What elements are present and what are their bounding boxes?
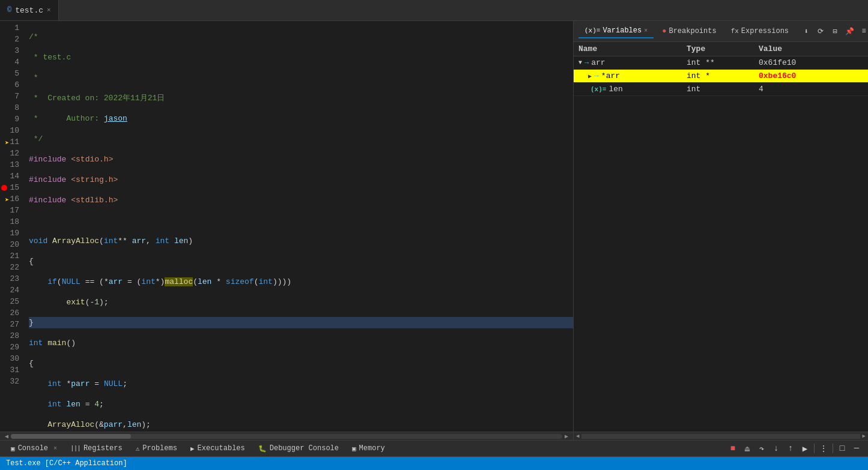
line-num-29: 29 bbox=[6, 342, 19, 353]
code-line-7: #include <stdio.h> bbox=[29, 154, 573, 165]
tab-bar: © test.c × bbox=[0, 0, 868, 21]
line-numbers: 1 2 3 4 5 6 7 8 9 10 11➤ 12 13 14 15 16➤ bbox=[0, 21, 24, 432]
code-line-5: * Author: jason bbox=[29, 113, 573, 124]
console-icon: ▣ bbox=[11, 445, 15, 453]
status-bar: Test.exe [C/C++ Application] bbox=[0, 457, 868, 470]
var-value-len: 4 bbox=[759, 85, 863, 94]
var-name-deref-arr: ▶ → *arr bbox=[578, 71, 687, 80]
registers-icon: ||| bbox=[70, 445, 80, 452]
var-type-arr: int ** bbox=[687, 58, 759, 67]
pane-scroll-left[interactable]: ◀ bbox=[574, 433, 581, 439]
line-num-1: 1 bbox=[6, 22, 19, 34]
console-close-icon[interactable]: × bbox=[53, 445, 57, 452]
code-line-16: int main() bbox=[29, 337, 573, 349]
code-scroll[interactable]: 1 2 3 4 5 6 7 8 9 10 11➤ 12 13 14 15 16➤ bbox=[0, 21, 573, 432]
debug-toolbar: ■ ⏏ ↷ ↓ ↑ ▶ ⋮ □ ─ bbox=[726, 442, 863, 455]
var-row-deref-arr[interactable]: ▶ → *arr int * 0xbe16c0 bbox=[574, 70, 868, 83]
watch-len-icon: (x)= bbox=[590, 86, 606, 93]
line-num-6: 6 bbox=[6, 79, 19, 91]
code-line-18: int *parr = NULL; bbox=[29, 378, 573, 390]
line-num-19: 19 bbox=[6, 227, 19, 239]
expand-arr-icon[interactable]: ▼ bbox=[578, 59, 582, 66]
line-num-31: 31 bbox=[6, 364, 19, 376]
pane-scroll-track[interactable] bbox=[581, 434, 860, 439]
bottom-tab-debugger-console[interactable]: 🐛 Debugger Console bbox=[252, 442, 345, 455]
horizontal-scrollbar[interactable]: ◀ ▶ bbox=[0, 432, 573, 440]
pane-pin-btn[interactable]: 📌 bbox=[843, 25, 856, 38]
code-line-13: if(NULL == (*arr = (int*)malloc(len * si… bbox=[29, 276, 573, 288]
bottom-tab-problems[interactable]: ⚠ Problems bbox=[130, 442, 183, 455]
code-line-20: ArrayAlloc(&parr,len); bbox=[29, 419, 573, 430]
line-num-20: 20 bbox=[6, 239, 19, 250]
var-value-deref-arr: 0xbe16c0 bbox=[759, 71, 863, 80]
ptr-arr-icon: → bbox=[584, 59, 589, 67]
tab-close-icon[interactable]: × bbox=[47, 7, 51, 14]
run-btn[interactable]: ▶ bbox=[798, 442, 812, 455]
step-into-btn[interactable]: ↓ bbox=[769, 442, 783, 455]
var-type-len: int bbox=[687, 85, 759, 94]
pane-menu1-btn[interactable]: ≡ bbox=[857, 25, 868, 38]
line-num-13: 13 bbox=[6, 159, 19, 170]
pane-layout-btn[interactable]: ⊟ bbox=[828, 25, 842, 38]
editor-tab[interactable]: © test.c × bbox=[0, 0, 59, 20]
var-value-arr: 0x61fe10 bbox=[759, 58, 863, 67]
line-num-12: 12 bbox=[6, 148, 19, 159]
code-line-15: } bbox=[29, 317, 573, 328]
line-num-2: 2 bbox=[6, 34, 19, 45]
code-area: 1 2 3 4 5 6 7 8 9 10 11➤ 12 13 14 15 16➤ bbox=[0, 21, 573, 432]
tab-variables[interactable]: (x)= Variables × bbox=[578, 24, 654, 38]
var-deref-arr-label: *arr bbox=[601, 71, 620, 80]
scroll-thumb[interactable] bbox=[11, 434, 131, 439]
code-line-14: exit(-1); bbox=[29, 297, 573, 308]
line-num-22: 22 bbox=[6, 262, 19, 273]
variables-table-header: Name Type Value bbox=[574, 42, 868, 56]
var-name-len: (x)= len bbox=[578, 85, 687, 94]
minimize-bottom-btn[interactable]: ─ bbox=[850, 442, 863, 455]
code-line-9: #include <stdlib.h> bbox=[29, 194, 573, 206]
line-num-27: 27 bbox=[6, 319, 19, 330]
variables-tab-label: Variables bbox=[602, 26, 642, 35]
toolbar-divider2 bbox=[833, 444, 833, 453]
scroll-track[interactable] bbox=[11, 434, 562, 439]
scroll-right-btn[interactable]: ▶ bbox=[562, 433, 571, 440]
pane-collapse-btn[interactable]: ⬇ bbox=[800, 25, 813, 38]
pane-refresh-btn[interactable]: ⟳ bbox=[814, 25, 827, 38]
expressions-tab-label: Expressions bbox=[741, 27, 789, 35]
debug-menu-btn1[interactable]: ⋮ bbox=[817, 442, 830, 455]
line-num-11: 11➤ bbox=[6, 136, 19, 148]
bottom-tab-console[interactable]: ▣ Console × bbox=[5, 442, 63, 455]
line-num-9: 9 bbox=[6, 113, 19, 125]
code-content[interactable]: /* * test.c * * Created on: 2022年11月21日 … bbox=[24, 21, 573, 432]
main-area: 1 2 3 4 5 6 7 8 9 10 11➤ 12 13 14 15 16➤ bbox=[0, 21, 868, 440]
step-return-btn[interactable]: ↑ bbox=[784, 442, 797, 455]
code-line-3: * bbox=[29, 72, 573, 83]
pane-scroll-right[interactable]: ▶ bbox=[860, 433, 868, 439]
bottom-tab-memory[interactable]: ▣ Memory bbox=[346, 442, 391, 455]
maximize-bottom-btn[interactable]: □ bbox=[836, 442, 849, 455]
var-row-arr[interactable]: ▼ → arr int ** 0x61fe10 bbox=[574, 56, 868, 70]
header-type: Type bbox=[687, 44, 759, 53]
variables-icon: (x)= bbox=[584, 27, 600, 34]
line-num-28: 28 bbox=[6, 330, 19, 342]
expand-deref-arr-icon[interactable]: ▶ bbox=[588, 73, 592, 80]
header-value: Value bbox=[759, 44, 863, 53]
bottom-tab-registers[interactable]: ||| Registers bbox=[64, 442, 129, 455]
code-line-19: int len = 4; bbox=[29, 399, 573, 410]
var-row-len[interactable]: (x)= len int 4 bbox=[574, 83, 868, 96]
stop-debug-btn[interactable]: ■ bbox=[726, 442, 739, 455]
expressions-icon: fx bbox=[731, 28, 739, 35]
scroll-left-btn[interactable]: ◀ bbox=[2, 433, 11, 440]
line-num-10: 10 bbox=[6, 125, 19, 136]
file-icon: © bbox=[7, 6, 11, 14]
disconnect-btn[interactable]: ⏏ bbox=[741, 442, 754, 455]
bottom-tab-executables[interactable]: ▶ Executables bbox=[184, 442, 251, 455]
header-name: Name bbox=[578, 44, 687, 53]
step-over-btn[interactable]: ↷ bbox=[755, 442, 768, 455]
breakpoints-tab-label: Breakpoints bbox=[669, 27, 716, 35]
tab-breakpoints[interactable]: ● Breakpoints bbox=[656, 25, 722, 38]
tab-expressions[interactable]: fx Expressions bbox=[725, 25, 795, 38]
variables-tab-close[interactable]: × bbox=[644, 28, 648, 34]
pane-horizontal-scrollbar[interactable]: ◀ ▶ bbox=[574, 432, 868, 440]
line-num-26: 26 bbox=[6, 307, 19, 319]
pane-toolbar: (x)= Variables × ● Breakpoints fx Expres… bbox=[578, 23, 868, 40]
